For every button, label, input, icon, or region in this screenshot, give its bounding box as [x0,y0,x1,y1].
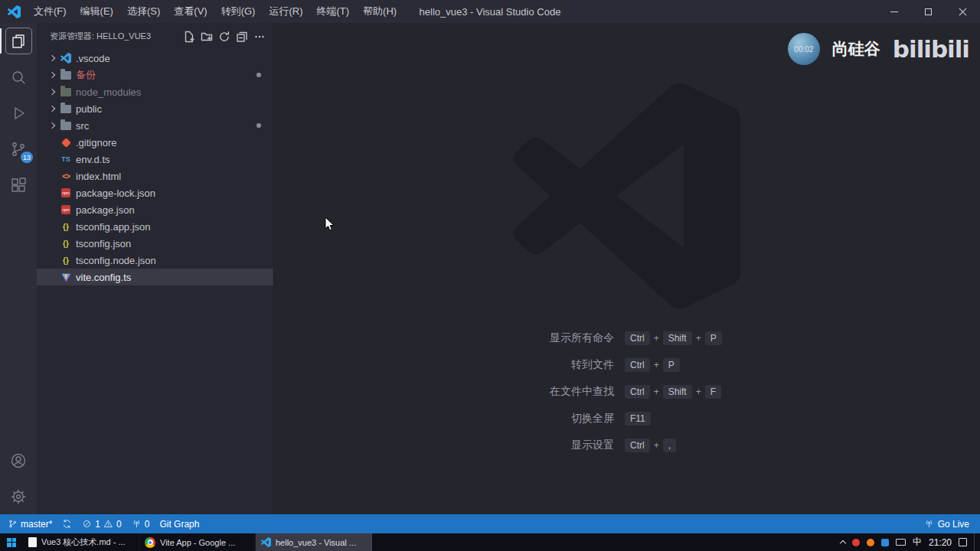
taskbar-app-markdown[interactable]: Vue3 核心技术.md - ... [23,533,139,551]
tree-item-node-modules[interactable]: node_modules [37,83,273,100]
tree-item-public[interactable]: public [37,100,273,117]
file-label: public [76,103,102,115]
tree-item-gitignore[interactable]: .gitignore [37,134,273,151]
show-desktop-button[interactable] [974,533,978,551]
sync-button[interactable] [62,519,72,529]
key: Ctrl [625,331,650,345]
menu-run[interactable]: 运行(R) [262,0,309,23]
menu-file[interactable]: 文件(F) [27,0,74,23]
error-count: 1 [95,519,100,530]
tree-item-src[interactable]: src [37,117,273,134]
refresh-icon[interactable] [218,31,230,43]
tree-item-tsconfig-app[interactable]: {} tsconfig.app.json [37,218,273,235]
maximize-button[interactable] [911,0,946,23]
key: F [705,385,721,399]
taskbar-app-label: Vite App - Google ... [160,538,250,547]
branch-icon [8,519,18,529]
collapse-all-icon[interactable] [236,31,248,43]
tray-expand-icon[interactable] [840,540,846,546]
tree-item-env-dts[interactable]: TS env.d.ts [37,151,273,168]
tree-item-package-json[interactable]: npm package.json [37,201,273,218]
taskbar-app-vscode[interactable]: hello_vue3 - Visual ... [256,533,372,551]
tree-item-index-html[interactable]: <> index.html [37,168,273,184]
tree-item-vite-config[interactable]: vite.config.ts [37,269,273,285]
menu-view[interactable]: 查看(V) [167,0,214,23]
ime-indicator[interactable]: 中 [913,536,922,549]
chevron-right-icon [46,56,58,60]
tree-item-backup-folder[interactable]: 备份 [37,67,273,83]
file-label: .vscode [76,53,110,64]
vscode-logo-icon [8,5,21,18]
menu-help[interactable]: 帮助(H) [356,0,403,23]
brand-bilibili-logo: bilibili [893,35,969,63]
file-label: package-lock.json [76,187,155,199]
new-file-icon[interactable] [183,31,195,43]
explorer-tab[interactable] [0,23,37,59]
chevron-right-icon [46,106,58,111]
shortcut-hints: 显示所有命令 Ctrl + Shift + P 转到文件 Ctrl + P [453,329,801,463]
activity-bar: 13 [0,23,37,514]
npm-icon: npm [61,205,70,214]
account-button[interactable] [0,442,37,478]
taskbar-app-chrome[interactable]: Vite App - Google ... [139,533,256,551]
key: Shift [663,385,692,399]
key: Shift [663,331,692,345]
more-actions-icon[interactable] [253,31,266,43]
tray-display-icon[interactable] [896,539,906,546]
broadcast-icon [132,519,142,529]
tree-item-tsconfig-node[interactable]: {} tsconfig.node.json [37,252,273,269]
key: Ctrl [625,385,650,399]
key: Ctrl [625,439,650,452]
files-icon [9,32,28,51]
json-icon: {} [63,223,69,231]
tree-item-vscode-folder[interactable]: .vscode [37,50,273,67]
tree-item-package-lock[interactable]: npm package-lock.json [37,184,273,201]
git-branch-item[interactable]: master* [8,519,52,530]
plus-separator: + [654,333,659,344]
modified-dot [256,123,261,128]
minimize-button[interactable] [877,0,911,23]
ports-indicator[interactable]: 0 [132,519,150,530]
watermark-brand: 00:02 尚硅谷 bilibili [788,33,969,65]
source-control-badge: 13 [21,152,33,163]
new-folder-icon[interactable] [201,31,213,43]
menu-go[interactable]: 转到(G) [214,0,263,23]
problems-indicator[interactable]: 1 0 [82,519,121,530]
menu-bar: 文件(F) 编辑(E) 选择(S) 查看(V) 转到(G) 运行(R) 终端(T… [27,0,403,23]
file-label: vite.config.ts [76,272,131,283]
mouse-cursor [325,217,335,232]
gear-icon [9,487,28,506]
tree-item-tsconfig[interactable]: {} tsconfig.json [37,235,273,252]
file-label: src [76,120,89,132]
brand-shangguigu: 尚硅谷 [832,38,880,60]
warning-icon [103,519,113,529]
plus-separator: + [654,360,659,370]
plus-separator: + [696,386,701,397]
taskbar-clock[interactable]: 21:20 [929,537,952,548]
menu-selection[interactable]: 选择(S) [120,0,167,23]
search-icon [9,68,28,86]
tray-app-icon-red[interactable] [852,539,860,546]
menu-edit[interactable]: 编辑(E) [74,0,120,23]
source-control-tab[interactable]: 13 [0,131,37,167]
file-label: index.html [76,171,121,182]
settings-button[interactable] [0,478,37,514]
key: F11 [625,412,651,425]
folder-icon [60,88,71,96]
go-live-button[interactable]: Go Live [924,519,969,530]
chevron-right-icon [46,73,58,77]
menu-terminal[interactable]: 终端(T) [309,0,356,23]
action-center-icon[interactable] [959,538,967,546]
plus-separator: + [654,440,659,451]
start-button[interactable] [0,533,23,551]
git-graph-button[interactable]: Git Graph [159,519,199,530]
folder-icon [60,122,71,130]
close-button[interactable] [946,0,980,23]
tray-app-icon-orange[interactable] [867,539,874,546]
tray-app-icon-blue[interactable] [881,539,889,546]
folder-icon [60,71,71,80]
run-debug-tab[interactable] [0,95,37,131]
explorer-header: 资源管理器: HELLO_VUE3 [37,23,273,50]
search-tab[interactable] [0,59,37,95]
extensions-tab[interactable] [0,167,37,203]
